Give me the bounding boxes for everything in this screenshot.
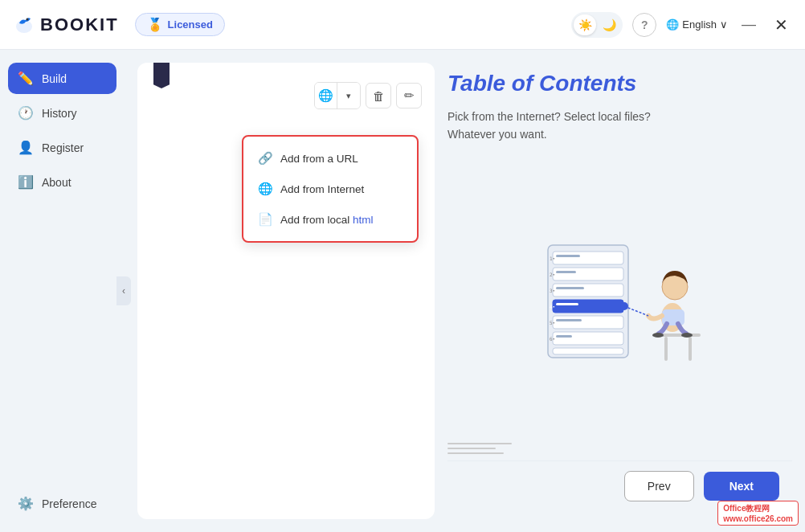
logo-bird-icon	[13, 14, 35, 36]
sidebar-item-about[interactable]: ℹ️ About	[8, 166, 116, 198]
sidebar-item-register[interactable]: 👤 Register	[8, 132, 116, 163]
sidebar-item-register-label: Register	[42, 141, 84, 154]
svg-rect-14	[553, 332, 623, 345]
language-button[interactable]: 🌐 English ∨	[666, 18, 728, 31]
deco-line-1	[447, 443, 512, 444]
medal-icon: 🏅	[147, 17, 163, 32]
svg-rect-5	[553, 268, 623, 280]
preference-icon: ⚙️	[18, 496, 34, 511]
watermark-line1: Office教程网	[723, 503, 793, 514]
about-icon: ℹ️	[18, 174, 34, 190]
trash-icon: 🗑	[373, 89, 385, 103]
theme-toggle: ☀️ 🌙	[571, 12, 623, 38]
minimize-button[interactable]: —	[738, 14, 760, 36]
titlebar: BOOKIT 🏅 Licensed ☀️ 🌙 ? 🌐 English ∨ — ✕	[0, 0, 805, 50]
svg-point-30	[681, 333, 693, 338]
sun-icon: ☀️	[578, 18, 592, 31]
sidebar-item-history[interactable]: 🕐 History	[8, 97, 116, 129]
sidebar-item-preference[interactable]: ⚙️ Preference	[8, 488, 116, 519]
moon-icon: 🌙	[603, 18, 616, 31]
minimize-icon: —	[742, 16, 756, 33]
add-from-local-html-item[interactable]: 📄 Add from local html	[243, 204, 417, 235]
history-icon: 🕐	[18, 105, 34, 121]
delete-button[interactable]: 🗑	[366, 83, 391, 108]
add-globe-button[interactable]: 🌐	[315, 83, 337, 108]
help-button[interactable]: ?	[632, 13, 656, 37]
link-icon: 🔗	[258, 151, 272, 166]
dropdown-menu: 🔗 Add from a URL 🌐 Add from Internet 📄 A…	[242, 135, 419, 243]
svg-text:2•: 2•	[550, 272, 555, 277]
svg-text:6•: 6•	[550, 336, 555, 342]
watermark: Office教程网 www.office26.com	[717, 501, 799, 526]
svg-rect-6	[556, 271, 576, 273]
add-from-internet-item[interactable]: 🌐 Add from Internet	[243, 174, 417, 204]
globe-icon: 🌐	[666, 18, 679, 31]
toc-desc-line1: Pick from the Internet? Select local fil…	[447, 108, 792, 125]
light-theme-button[interactable]: ☀️	[574, 14, 596, 35]
sidebar-item-history-label: History	[42, 107, 77, 120]
deco-line-2	[447, 448, 496, 449]
svg-point-29	[652, 333, 664, 338]
internet-icon: 🌐	[258, 182, 272, 196]
toc-description: Pick from the Internet? Select local fil…	[447, 108, 792, 144]
pencil-icon: ✏	[404, 88, 415, 103]
svg-rect-11	[556, 303, 578, 305]
bookmark-icon	[153, 63, 170, 88]
logo-area: BOOKIT	[13, 14, 119, 36]
watermark-line2: www.office26.com	[723, 514, 793, 523]
register-icon: 👤	[18, 140, 34, 155]
file-icon: 📄	[258, 212, 272, 227]
bottom-decoration	[447, 443, 792, 454]
add-from-url-item[interactable]: 🔗 Add from a URL	[243, 143, 417, 174]
licensed-badge: 🏅 Licensed	[135, 13, 225, 36]
toc-title: Table of Contents	[447, 71, 792, 96]
add-dropdown-button[interactable]: ▾	[337, 83, 360, 108]
sidebar-item-about-label: About	[42, 176, 72, 189]
svg-text:4•: 4•	[550, 304, 555, 309]
svg-rect-3	[553, 252, 623, 264]
deco-line-3	[447, 452, 504, 454]
svg-text:5•: 5•	[550, 320, 555, 325]
close-icon: ✕	[774, 15, 788, 35]
svg-text:1•: 1•	[550, 256, 555, 261]
next-button[interactable]: Next	[704, 472, 779, 501]
help-icon: ?	[641, 18, 648, 31]
sidebar-item-build[interactable]: ✏️ Build	[8, 63, 116, 94]
sidebar-collapse-button[interactable]: ‹	[116, 276, 131, 305]
svg-rect-7	[553, 284, 623, 297]
panel-toolbar: 🌐 ▾ 🗑 ✏	[150, 82, 422, 109]
add-internet-label: Add from Internet	[280, 183, 364, 195]
close-button[interactable]: ✕	[770, 14, 792, 36]
svg-rect-24	[664, 337, 668, 361]
svg-rect-16	[553, 348, 623, 354]
main-layout: ✏️ Build 🕐 History 👤 Register ℹ️ About ⚙…	[0, 50, 805, 532]
svg-text:3•: 3•	[550, 288, 555, 293]
svg-point-1	[27, 18, 29, 20]
build-icon: ✏️	[18, 71, 34, 86]
logo-text: BOOKIT	[40, 14, 119, 35]
illustration: 1• 2• 3• 4• 5• 6•	[447, 160, 792, 443]
book-panel: 🌐 ▾ 🗑 ✏ 🔗 Add from a URL	[137, 63, 435, 519]
sidebar-item-preference-label: Preference	[42, 497, 96, 510]
svg-rect-13	[556, 319, 582, 321]
collapse-icon: ‹	[122, 285, 125, 297]
sidebar-item-build-label: Build	[42, 72, 67, 85]
svg-rect-8	[556, 287, 584, 289]
info-panel: Table of Contents Pick from the Internet…	[447, 63, 792, 519]
toc-illustration: 1• 2• 3• 4• 5• 6•	[532, 229, 709, 374]
svg-rect-12	[553, 316, 623, 329]
globe-add-icon: 🌐	[318, 88, 333, 103]
toc-desc-line2: Whatever you want.	[447, 125, 792, 143]
svg-rect-9	[553, 300, 623, 313]
chevron-down-icon: ∨	[720, 18, 728, 31]
add-url-label: Add from a URL	[280, 153, 358, 165]
prev-button[interactable]: Prev	[624, 471, 694, 501]
sidebar: ✏️ Build 🕐 History 👤 Register ℹ️ About ⚙…	[0, 50, 125, 532]
chevron-down-icon: ▾	[346, 91, 351, 101]
content-area: 🌐 ▾ 🗑 ✏ 🔗 Add from a URL	[125, 50, 805, 532]
add-local-label: Add from local html	[280, 214, 374, 226]
svg-rect-15	[556, 335, 572, 338]
dark-theme-button[interactable]: 🌙	[598, 14, 620, 35]
svg-rect-4	[556, 255, 580, 257]
edit-button[interactable]: ✏	[396, 83, 422, 108]
